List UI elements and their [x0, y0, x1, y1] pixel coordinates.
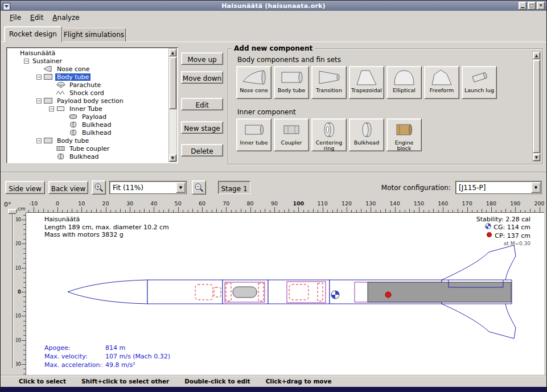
tree-expander-icon[interactable]: − [24, 59, 29, 64]
menu-analyze[interactable]: Analyze [48, 12, 84, 23]
inner-components-row: Inner tubeCouplerCentering ringBulkheadE… [236, 118, 422, 151]
fin-top[interactable] [442, 245, 516, 280]
add-engine-block-button[interactable]: Engine block [386, 118, 422, 151]
tab-rocket-design[interactable]: Rocket design [4, 26, 62, 42]
payload-shape[interactable] [233, 287, 257, 298]
menu-edit[interactable]: Edit [26, 12, 48, 23]
ruler-tick [23, 278, 26, 278]
tree-expander-icon[interactable]: − [49, 106, 54, 112]
scroll-up-icon[interactable]: ▲ [169, 49, 176, 56]
ruler-tick [448, 210, 449, 212]
tree-expander-icon[interactable]: − [36, 75, 42, 80]
ruler-tick [255, 210, 256, 212]
delete-button[interactable]: Delete [181, 144, 223, 156]
tree-item-inner-tube[interactable]: −Inner Tube [8, 105, 168, 113]
flight-stat-row: Max. velocity:107 m/s (Mach 0.32) [44, 352, 170, 361]
ruler-tick [77, 210, 77, 212]
component-panel-scrollbar-thumb[interactable] [533, 60, 540, 153]
component-panel-scrollbar[interactable]: ▲ ▼ [532, 51, 541, 162]
tree-item-shock-cord[interactable]: Shock cord [8, 89, 168, 97]
ruler-tick [23, 374, 26, 374]
zoom-out-button[interactable] [192, 180, 206, 195]
tree-expander-icon[interactable]: − [36, 98, 42, 104]
maximize-button[interactable]: □ [528, 2, 536, 10]
ruler-tick [23, 296, 26, 297]
tree-item-parachute[interactable]: Parachute [8, 81, 168, 89]
menu-file[interactable]: File [5, 12, 26, 23]
tree-item-body-tube[interactable]: −Body tube [8, 137, 168, 145]
add-freeform-button[interactable]: Freeform [424, 66, 459, 99]
scroll-up-icon[interactable]: ▲ [533, 52, 540, 59]
nose-cone-shape[interactable] [68, 280, 147, 304]
stage-1-toggle[interactable]: Stage 1 [218, 181, 250, 194]
add-nose-cone-button[interactable]: Nose cone [236, 66, 272, 99]
component-button-label: Bulkhead [354, 140, 379, 146]
tree-item-label: Payload [80, 113, 108, 121]
edit-button[interactable]: Edit [181, 98, 223, 110]
tree-item-body-tube[interactable]: −Body tube [8, 73, 168, 81]
ruler-tick [23, 253, 26, 254]
ruler-tick [351, 210, 352, 212]
rocket-canvas[interactable]: Haisunäätä Length 189 cm, max. diameter … [26, 213, 544, 375]
tree-scrollbar[interactable]: ▲ ▼ [168, 48, 177, 162]
tree-item-haisun-t-[interactable]: Haisunäätä [8, 49, 168, 57]
scroll-down-icon[interactable]: ▼ [169, 154, 176, 162]
ruler-tick [419, 207, 419, 212]
ruler-tick [376, 210, 376, 212]
add-centering-ring-button[interactable]: Centering ring [311, 118, 347, 151]
component-button-label: Freeform [430, 88, 454, 93]
add-coupler-button[interactable]: Coupler [274, 118, 309, 151]
motor-configuration-select[interactable]: [J115-P] ▼ [455, 181, 542, 194]
ruler-tick [525, 210, 525, 212]
tree-item-label: Haisunäätä [18, 49, 57, 57]
add-elliptical-button[interactable]: Elliptical [386, 66, 422, 99]
parachute-icon [56, 81, 66, 88]
payload-icon [68, 113, 79, 120]
add-trapezoidal-button[interactable]: Trapezoidal [349, 66, 384, 99]
body-tube-2[interactable] [268, 280, 330, 304]
new-stage-button[interactable]: New stage [181, 121, 223, 134]
trapezoidal-icon [354, 68, 379, 87]
add-launch-lug-button[interactable]: Launch lug [462, 66, 497, 99]
rocket-mass: Mass with motors 3832 g [44, 231, 169, 239]
tree-item-bulkhead[interactable]: Bulkhead [8, 152, 168, 160]
move-down-button[interactable]: Move down [181, 71, 223, 84]
ruler-tick [23, 282, 26, 283]
body-tube-1[interactable] [147, 280, 223, 304]
scroll-down-icon[interactable]: ▼ [533, 154, 540, 161]
menu-edit-mnemonic: E [30, 14, 35, 22]
tree-item-nose-cone[interactable]: Nose cone [8, 65, 168, 73]
tree-item-payload-body-section[interactable]: −Payload body section [8, 97, 168, 105]
add-inner-tube-button[interactable]: Inner tube [236, 118, 272, 151]
status-hint: Click+drag to move [266, 378, 332, 385]
zoom-in-button[interactable] [92, 180, 106, 195]
rotation-slider-track[interactable] [12, 210, 14, 368]
tree-item-bulkhead[interactable]: Bulkhead [8, 129, 168, 137]
close-button[interactable]: ✕ [537, 2, 545, 10]
minimize-button[interactable]: ▁ [519, 2, 527, 10]
tree-item-tube-coupler[interactable]: Tube coupler [8, 145, 168, 152]
zoom-select[interactable]: Fit (11%) ▼ [109, 181, 187, 194]
add-body-tube-button[interactable]: Body tube [274, 66, 309, 99]
ruler-tick [67, 210, 68, 212]
ruler-tick [23, 345, 26, 345]
ruler-tick [491, 207, 492, 212]
tree-scrollbar-thumb[interactable] [169, 57, 176, 109]
ruler-tick [303, 210, 304, 212]
tree-item-sustainer[interactable]: −Sustainer [8, 57, 168, 65]
tree-expander-icon[interactable]: − [36, 138, 42, 143]
ruler-label: -10 [16, 265, 21, 271]
ruler-label: 200 [534, 200, 544, 207]
tree-item-bulkhead[interactable]: Bulkhead [8, 121, 168, 129]
ruler-tick [482, 209, 482, 212]
side-view-button[interactable]: Side view [5, 181, 45, 194]
move-up-button[interactable]: Move up [181, 52, 223, 65]
tab-flight-simulations[interactable]: Flight simulations [62, 28, 126, 42]
add-transition-button[interactable]: Transition [311, 66, 347, 99]
back-view-button[interactable]: Back view [48, 181, 88, 194]
fin-bottom[interactable] [442, 304, 516, 339]
ruler-tick [323, 207, 323, 212]
tree-item-payload[interactable]: Payload [8, 113, 168, 121]
add-bulkhead-button[interactable]: Bulkhead [349, 118, 384, 151]
ruler-tick [265, 209, 265, 212]
